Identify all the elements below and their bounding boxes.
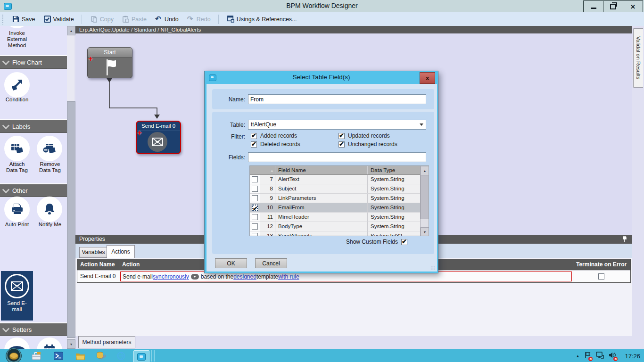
filter-unchanged[interactable]: Unchanged records [339, 141, 397, 148]
deleted-records-checkbox[interactable] [251, 141, 257, 148]
start-node[interactable]: Start + [87, 47, 132, 78]
section-flow-chart[interactable]: Flow Chart [0, 55, 67, 69]
palette-item-attach-data-tag[interactable]: Attach Data Tag [0, 161, 34, 173]
scroll-up-button[interactable]: ▲ [67, 26, 75, 35]
section-labels[interactable]: Labels [0, 119, 67, 133]
taskbar-active-app[interactable] [133, 350, 149, 362]
palette-item-auto-print[interactable]: Auto Print [0, 222, 34, 228]
designed-link[interactable]: designed [233, 273, 256, 280]
start-button[interactable] [6, 348, 22, 362]
volume-muted-icon[interactable]: ✕ [609, 352, 616, 360]
unchanged-records-checkbox[interactable] [339, 141, 345, 148]
field-row-selected[interactable]: 10 EmailFrom System.String [250, 203, 429, 213]
cancel-button[interactable]: Cancel [255, 258, 287, 268]
validate-button[interactable]: Validate [44, 16, 74, 23]
file-explorer-icon[interactable] [75, 351, 85, 361]
toolbar-grip[interactable] [2, 14, 4, 25]
invoke-external-method-icon[interactable] [4, 26, 30, 28]
added-records-checkbox[interactable] [251, 133, 257, 139]
fields-grid-scrollbar[interactable]: ▲ ▼ [420, 166, 429, 236]
palette-item-remove-data-tag[interactable]: Remove Data Tag [33, 161, 67, 173]
show-hidden-icons[interactable]: ▲ [576, 354, 580, 358]
dropdown-pill-icon[interactable] [191, 274, 199, 280]
field-row[interactable]: 9 LinkParameters System.String [250, 194, 429, 203]
field-row[interactable]: 8 Subject System.String [250, 184, 429, 194]
network-icon[interactable] [596, 352, 604, 360]
field-checkbox[interactable] [252, 233, 258, 236]
field-row[interactable]: 11 MimeHeader System.String [250, 213, 429, 222]
tab-validation-results[interactable]: Validation Results [633, 28, 643, 88]
section-setters[interactable]: Setters [0, 322, 67, 336]
with-rule-link[interactable]: with rule [278, 273, 299, 280]
scroll-down-button[interactable]: ▼ [421, 227, 429, 236]
auto-print-icon[interactable] [4, 197, 30, 222]
field-row[interactable]: 7 AlertText System.String [250, 175, 429, 184]
add-marker[interactable]: + [88, 56, 93, 62]
name-input[interactable] [248, 94, 426, 104]
filter-updated[interactable]: Updated records [339, 132, 390, 139]
column-action-name[interactable]: Action Name [77, 259, 119, 270]
show-custom-fields-checkbox[interactable] [401, 239, 407, 245]
paste-button[interactable]: Paste [122, 16, 147, 23]
action-center-flag-icon[interactable]: ✕ [584, 352, 591, 360]
synchronously-link[interactable]: synchronously [153, 273, 189, 280]
undo-button[interactable]: ↶ Undo [155, 16, 179, 23]
usings-references-button[interactable]: Usings & References... [227, 16, 297, 23]
palette-scrollbar[interactable]: ▲ ▼ [67, 26, 74, 349]
scroll-down-button[interactable]: ▼ [67, 339, 75, 349]
scroll-thumb[interactable] [421, 175, 429, 219]
condition-icon[interactable] [4, 72, 30, 98]
field-checkbox[interactable] [252, 186, 258, 192]
tab-method-parameters[interactable]: Method parameters [78, 336, 135, 348]
field-checkbox[interactable] [252, 205, 258, 211]
palette-item-send-email[interactable]: Send E- mail [1, 271, 33, 321]
set-bpm-data-field-icon[interactable] [37, 337, 62, 349]
internet-explorer-icon[interactable] [116, 351, 126, 361]
restore-button[interactable] [603, 1, 623, 12]
tab-variables[interactable]: Variables [79, 247, 107, 258]
field-checkbox[interactable] [252, 214, 258, 220]
field-row[interactable]: 13 SendAttempts System.Int32 [250, 231, 429, 236]
redo-button[interactable]: ↷ Redo [187, 16, 211, 23]
field-row[interactable]: 12 BodyType System.String [250, 222, 429, 231]
scroll-thumb[interactable] [67, 101, 75, 338]
add-marker[interactable]: + [137, 130, 142, 136]
field-checkbox[interactable] [252, 223, 258, 230]
minimize-button[interactable] [584, 1, 603, 12]
fields-input[interactable] [248, 152, 426, 162]
action-name-cell[interactable]: Send E-mail 0 [77, 271, 119, 282]
updated-records-checkbox[interactable] [339, 133, 345, 139]
close-button[interactable]: ✕ [623, 1, 643, 12]
copy-button[interactable]: Copy [91, 16, 114, 23]
resize-grip[interactable] [431, 266, 435, 270]
save-button[interactable]: Save [12, 16, 35, 23]
dialog-close-button[interactable]: x [420, 72, 435, 84]
database-tool-icon[interactable] [96, 351, 106, 361]
set-argument-icon[interactable]: ABC [4, 337, 30, 349]
pin-icon[interactable] [622, 236, 627, 242]
server-manager-icon[interactable] [31, 351, 41, 361]
palette-item-invoke-external-method[interactable]: Invoke External Method [0, 30, 34, 49]
section-other[interactable]: Other [0, 183, 67, 197]
field-checkbox[interactable] [252, 195, 258, 201]
dialog-title-bar[interactable]: Select Table Field(s) x [205, 71, 438, 84]
column-terminate-on-error[interactable]: Terminate on Error [573, 259, 629, 270]
filter-deleted[interactable]: Deleted records [251, 141, 300, 148]
palette-item-condition[interactable]: Condition [0, 97, 34, 103]
attach-data-tag-icon[interactable] [4, 136, 30, 161]
column-data-type[interactable]: Data Type [368, 166, 420, 174]
column-field-name[interactable]: Field Name [275, 166, 368, 174]
tab-actions[interactable]: Actions [107, 245, 135, 258]
remove-data-tag-icon[interactable] [37, 136, 62, 161]
field-checkbox[interactable] [252, 176, 258, 182]
show-custom-fields[interactable]: Show Custom Fields [346, 239, 407, 245]
powershell-icon[interactable] [53, 351, 64, 361]
terminate-on-error-checkbox[interactable] [598, 273, 604, 280]
palette-item-notify-me[interactable]: Notify Me [33, 222, 67, 228]
table-dropdown[interactable]: ttAlertQue [248, 120, 426, 130]
dropdown-arrow-icon[interactable] [417, 121, 425, 129]
notify-me-icon[interactable] [37, 197, 62, 222]
scroll-up-button[interactable]: ▲ [421, 166, 429, 175]
clock[interactable]: 17:26 [625, 353, 640, 360]
send-email-node[interactable]: Send E-mail 0 + [136, 121, 181, 154]
